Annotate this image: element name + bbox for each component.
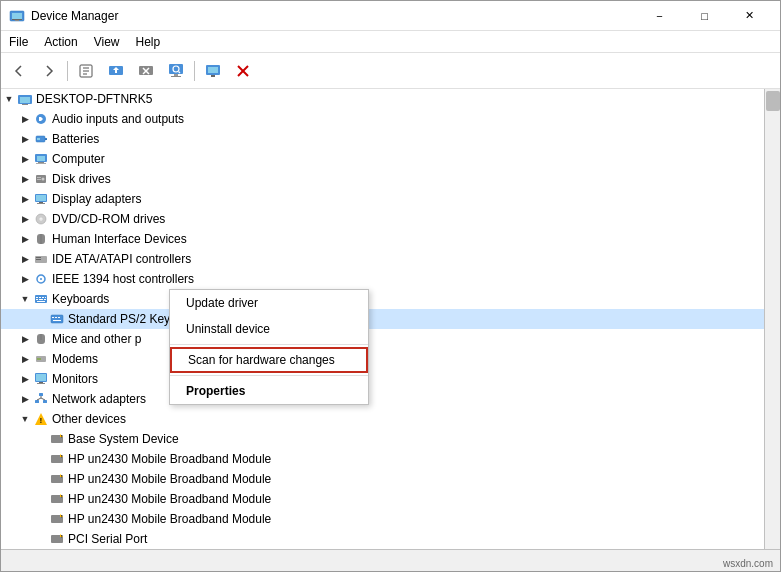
uninstall-button[interactable] bbox=[132, 57, 160, 85]
svg-rect-33 bbox=[36, 163, 46, 164]
hp3-label: HP un2430 Mobile Broadband Module bbox=[68, 492, 271, 506]
mice-expander[interactable]: ▶ bbox=[17, 331, 33, 347]
tree-ide[interactable]: ▶ IDE ATA/ATAPI controllers bbox=[1, 249, 764, 269]
monitors-expander[interactable]: ▶ bbox=[17, 371, 33, 387]
computer-expander[interactable]: ▶ bbox=[17, 151, 33, 167]
hp2-icon: ! bbox=[49, 471, 65, 487]
mice-label: Mice and other p bbox=[52, 332, 141, 346]
tree-hp4[interactable]: ▶ ! HP un2430 Mobile Broadband Module bbox=[1, 509, 764, 529]
hid-label: Human Interface Devices bbox=[52, 232, 187, 246]
ide-expander[interactable]: ▶ bbox=[17, 251, 33, 267]
tree-computer[interactable]: ▶ Computer bbox=[1, 149, 764, 169]
network-expander[interactable]: ▶ bbox=[17, 391, 33, 407]
svg-rect-53 bbox=[36, 297, 38, 298]
root-expander[interactable]: ▼ bbox=[1, 91, 17, 107]
audio-expander[interactable]: ▶ bbox=[17, 111, 33, 127]
svg-text:!: ! bbox=[61, 514, 62, 519]
tree-hid[interactable]: ▶ Human Interface Devices bbox=[1, 229, 764, 249]
tree-hp2[interactable]: ▶ ! HP un2430 Mobile Broadband Module bbox=[1, 469, 764, 489]
tree-other-devices[interactable]: ▼ ! Other devices bbox=[1, 409, 764, 429]
ieee-expander[interactable]: ▶ bbox=[17, 271, 33, 287]
scan-button[interactable] bbox=[162, 57, 190, 85]
svg-rect-76 bbox=[35, 400, 39, 403]
toolbar-sep-1 bbox=[67, 61, 68, 81]
svg-rect-24 bbox=[20, 97, 30, 103]
svg-rect-60 bbox=[37, 301, 45, 302]
dvd-expander[interactable]: ▶ bbox=[17, 211, 33, 227]
wsxdn-badge: wsxdn.com bbox=[723, 558, 773, 569]
disk-expander[interactable]: ▶ bbox=[17, 171, 33, 187]
svg-point-35 bbox=[42, 178, 45, 181]
tree-mice[interactable]: ▶ Mice and other p bbox=[1, 329, 764, 349]
update-driver-button[interactable] bbox=[102, 57, 130, 85]
svg-rect-63 bbox=[55, 317, 57, 318]
tree-hp1[interactable]: ▶ ! HP un2430 Mobile Broadband Module bbox=[1, 449, 764, 469]
menu-view[interactable]: View bbox=[86, 31, 128, 52]
context-update-driver[interactable]: Update driver bbox=[170, 290, 368, 316]
tree-disk[interactable]: ▶ Disk drives bbox=[1, 169, 764, 189]
menu-file[interactable]: File bbox=[1, 31, 36, 52]
tree-keyboards[interactable]: ▼ Keyboards bbox=[1, 289, 764, 309]
context-properties[interactable]: Properties bbox=[170, 378, 368, 404]
properties-button[interactable] bbox=[72, 57, 100, 85]
other-expander[interactable]: ▼ bbox=[17, 411, 33, 427]
back-button[interactable] bbox=[5, 57, 33, 85]
display-expander[interactable]: ▶ bbox=[17, 191, 33, 207]
svg-rect-65 bbox=[53, 320, 61, 321]
tree-root[interactable]: ▼ DESKTOP-DFTNRK5 bbox=[1, 89, 764, 109]
tree-network[interactable]: ▶ Network adapters bbox=[1, 389, 764, 409]
hid-expander[interactable]: ▶ bbox=[17, 231, 33, 247]
main-area: ▼ DESKTOP-DFTNRK5 ▶ bbox=[1, 89, 780, 549]
menu-help[interactable]: Help bbox=[128, 31, 169, 52]
svg-rect-28 bbox=[45, 138, 47, 140]
base-system-label: Base System Device bbox=[68, 432, 179, 446]
tree-pci-serial[interactable]: ▶ ! PCI Serial Port bbox=[1, 529, 764, 549]
tree-base-system[interactable]: ▶ ! Base System Device bbox=[1, 429, 764, 449]
svg-rect-32 bbox=[38, 162, 44, 163]
svg-text:!: ! bbox=[61, 454, 62, 459]
tree-ieee[interactable]: ▶ IEEE 1394 host controllers bbox=[1, 269, 764, 289]
tree-batteries[interactable]: ▶ Batteries bbox=[1, 129, 764, 149]
svg-rect-19 bbox=[208, 67, 218, 73]
context-uninstall[interactable]: Uninstall device bbox=[170, 316, 368, 342]
other-icon: ! bbox=[33, 411, 49, 427]
keyboards-expander[interactable]: ▼ bbox=[17, 291, 33, 307]
tree-area[interactable]: ▼ DESKTOP-DFTNRK5 ▶ bbox=[1, 89, 764, 549]
tree-modems[interactable]: ▶ Modems bbox=[1, 349, 764, 369]
disk-icon bbox=[33, 171, 49, 187]
svg-rect-2 bbox=[12, 19, 22, 20]
svg-rect-57 bbox=[36, 299, 38, 300]
tree-monitors[interactable]: ▶ Monitors bbox=[1, 369, 764, 389]
tree-ps2-keyboard[interactable]: ▶ Standard PS/2 Keyboard bbox=[1, 309, 764, 329]
other-devices-label: Other devices bbox=[52, 412, 126, 426]
svg-rect-55 bbox=[42, 297, 44, 298]
batteries-expander[interactable]: ▶ bbox=[17, 131, 33, 147]
audio-icon bbox=[33, 111, 49, 127]
network-icon bbox=[33, 391, 49, 407]
svg-rect-62 bbox=[52, 317, 54, 318]
close-button[interactable]: ✕ bbox=[727, 1, 772, 31]
tree-display[interactable]: ▶ Display adapters bbox=[1, 189, 764, 209]
svg-point-69 bbox=[37, 358, 39, 360]
delete-button[interactable] bbox=[229, 57, 257, 85]
svg-rect-59 bbox=[44, 299, 46, 300]
pci-serial-label: PCI Serial Port bbox=[68, 532, 147, 546]
forward-button[interactable] bbox=[35, 57, 63, 85]
vertical-scrollbar[interactable] bbox=[764, 89, 780, 549]
tree-hp3[interactable]: ▶ ! HP un2430 Mobile Broadband Module bbox=[1, 489, 764, 509]
scrollbar-thumb[interactable] bbox=[766, 91, 780, 111]
maximize-button[interactable]: □ bbox=[682, 1, 727, 31]
svg-rect-25 bbox=[22, 104, 28, 105]
display-toggle-button[interactable] bbox=[199, 57, 227, 85]
monitors-label: Monitors bbox=[52, 372, 98, 386]
svg-rect-20 bbox=[211, 75, 215, 77]
tree-dvd[interactable]: ▶ DVD/CD-ROM drives bbox=[1, 209, 764, 229]
context-scan[interactable]: Scan for hardware changes bbox=[170, 347, 368, 373]
tree-audio[interactable]: ▶ Audio inputs and outputs bbox=[1, 109, 764, 129]
svg-rect-56 bbox=[45, 297, 46, 298]
svg-rect-49 bbox=[36, 259, 41, 260]
svg-rect-74 bbox=[37, 383, 45, 384]
menu-action[interactable]: Action bbox=[36, 31, 85, 52]
minimize-button[interactable]: − bbox=[637, 1, 682, 31]
modems-expander[interactable]: ▶ bbox=[17, 351, 33, 367]
